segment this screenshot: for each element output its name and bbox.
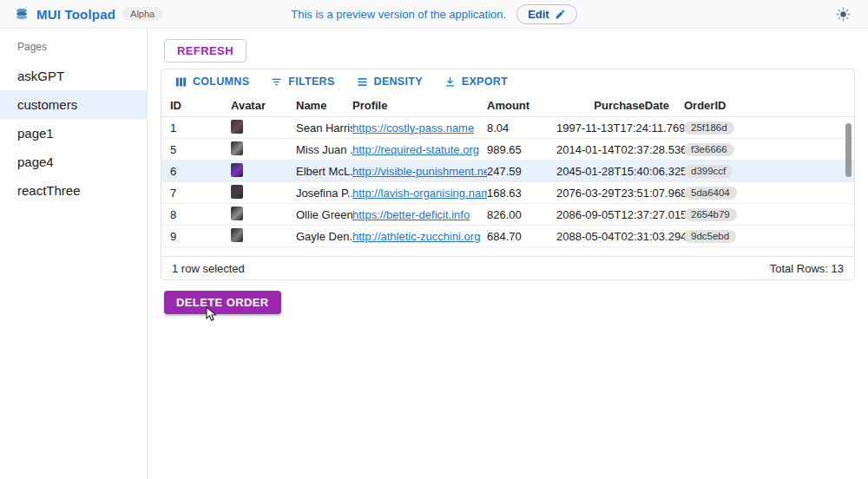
density-button-label: DENSITY xyxy=(374,75,423,88)
table-row[interactable]: 6Elbert McL...http://visible-punishment.… xyxy=(161,161,854,182)
delete-order-button[interactable]: DELETE ORDER xyxy=(164,291,281,314)
cell-amount: 826.00 xyxy=(487,208,556,221)
filters-button[interactable]: FILTERS xyxy=(264,73,340,91)
cell-profile: http://required-statute.org xyxy=(352,143,487,156)
cell-id: 6 xyxy=(170,165,231,178)
cell-id: 5 xyxy=(170,143,231,156)
cell-name: Ollie Green... xyxy=(296,208,352,221)
density-icon xyxy=(356,75,369,89)
cell-name: Elbert McL... xyxy=(296,165,352,178)
cell-amount: 168.63 xyxy=(487,187,556,200)
profile-link[interactable]: https://better-deficit.info xyxy=(352,208,470,221)
cell-order-id: 5da6404 xyxy=(669,186,765,200)
cell-amount: 684.70 xyxy=(487,230,556,243)
pencil-icon xyxy=(555,9,566,20)
order-id-chip: 25f186d xyxy=(684,121,734,135)
sidebar: Pages askGPTcustomerspage1page4reactThre… xyxy=(0,29,148,479)
columns-icon xyxy=(174,75,187,89)
sidebar-header: Pages xyxy=(0,36,147,62)
table-row[interactable]: 1Sean Harrishttps://costly-pass.name8.04… xyxy=(161,117,854,139)
download-icon xyxy=(444,75,457,89)
cell-purchase-date: 2014-01-14T02:37:28.536Z xyxy=(556,143,669,156)
vertical-scrollbar[interactable] xyxy=(845,123,852,177)
theme-toggle-button[interactable] xyxy=(832,3,854,25)
avatar xyxy=(231,141,243,155)
table-row[interactable]: 8Ollie Green...https://better-deficit.in… xyxy=(161,204,854,226)
grid-footer: 1 row selected Total Rows: 13 xyxy=(161,256,854,279)
cell-profile: http://visible-punishment.net xyxy=(352,165,487,178)
cell-order-id: 2654b79 xyxy=(669,207,765,221)
table-row[interactable]: 9Gayle Den...http://athletic-zucchini.or… xyxy=(161,226,854,247)
cell-avatar xyxy=(231,163,296,180)
cell-purchase-date: 2088-05-04T02:31:03.294Z xyxy=(556,230,669,243)
profile-link[interactable]: http://required-statute.org xyxy=(352,143,479,156)
total-rows: Total Rows: 13 xyxy=(770,262,844,275)
cell-amount: 8.04 xyxy=(487,121,556,135)
cell-name: Josefina P... xyxy=(296,187,352,200)
column-header-name[interactable]: Name xyxy=(296,99,352,112)
export-button[interactable]: EXPORT xyxy=(437,73,514,91)
cell-name: Sean Harris xyxy=(296,121,352,135)
selection-count: 1 row selected xyxy=(172,262,245,275)
cell-amount: 989.65 xyxy=(487,143,556,156)
column-header-purchasedate[interactable]: PurchaseDate xyxy=(556,99,669,112)
density-button[interactable]: DENSITY xyxy=(350,73,429,91)
sidebar-item-customers[interactable]: customers xyxy=(0,90,147,119)
grid-toolbar: COLUMNS FILTERS DE xyxy=(161,69,854,94)
edit-button-label: Edit xyxy=(528,8,549,21)
table-row[interactable]: 7Josefina P...http://lavish-organising.n… xyxy=(161,182,854,204)
cell-profile: http://lavish-organising.name xyxy=(352,187,487,200)
profile-link[interactable]: http://visible-punishment.net xyxy=(352,165,487,178)
avatar xyxy=(231,228,243,242)
avatar xyxy=(231,207,243,220)
cell-avatar xyxy=(231,207,296,223)
sidebar-item-reactThree[interactable]: reactThree xyxy=(0,176,147,205)
columns-button[interactable]: COLUMNS xyxy=(168,73,255,91)
profile-link[interactable]: http://lavish-organising.name xyxy=(352,187,487,200)
cell-purchase-date: 2045-01-28T15:40:06.325Z xyxy=(556,165,669,178)
column-header-profile[interactable]: Profile xyxy=(352,99,487,112)
cell-profile: http://athletic-zucchini.org xyxy=(352,230,487,243)
export-button-label: EXPORT xyxy=(462,75,508,88)
sidebar-item-page1[interactable]: page1 xyxy=(0,119,147,148)
cell-amount: 247.59 xyxy=(487,165,556,178)
main-content: REFRESH COLUMNS xyxy=(148,29,868,479)
cell-id: 1 xyxy=(170,121,231,135)
cell-id: 7 xyxy=(170,187,231,200)
edit-button[interactable]: Edit xyxy=(516,4,577,24)
column-header-id[interactable]: ID xyxy=(170,99,231,112)
order-id-chip: 9dc5ebd xyxy=(684,230,736,243)
cell-purchase-date: 1997-11-13T17:24:11.769Z xyxy=(556,121,669,135)
cell-avatar xyxy=(231,141,296,158)
avatar xyxy=(231,120,243,134)
column-header-avatar[interactable]: Avatar xyxy=(231,99,296,112)
grid-header-row: ID Avatar Name Profile Amount PurchaseDa… xyxy=(161,94,854,117)
topbar: MUI Toolpad Alpha This is a preview vers… xyxy=(0,0,868,29)
cell-name: Miss Juan ... xyxy=(296,143,352,156)
column-header-amount[interactable]: Amount xyxy=(487,99,556,112)
avatar xyxy=(231,163,243,177)
profile-link[interactable]: http://athletic-zucchini.org xyxy=(352,230,480,243)
cell-order-id: f3e6666 xyxy=(669,142,765,156)
cell-purchase-date: 2086-09-05T12:37:27.015Z xyxy=(556,208,669,221)
column-header-orderid[interactable]: OrderID xyxy=(669,99,765,112)
order-id-chip: d399ccf xyxy=(684,165,733,178)
cell-profile: https://better-deficit.info xyxy=(352,208,487,221)
refresh-button[interactable]: REFRESH xyxy=(164,39,247,62)
order-id-chip: 5da6404 xyxy=(684,187,737,200)
cell-avatar xyxy=(231,228,296,245)
profile-link[interactable]: https://costly-pass.name xyxy=(352,121,474,135)
cell-avatar xyxy=(231,120,296,136)
avatar xyxy=(231,185,243,199)
sidebar-item-askGPT[interactable]: askGPT xyxy=(0,62,147,90)
cell-purchase-date: 2076-03-29T23:51:07.968Z xyxy=(556,187,669,200)
sidebar-item-page4[interactable]: page4 xyxy=(0,148,147,176)
grid-scroll-spacer xyxy=(161,247,854,256)
filter-icon xyxy=(270,75,283,89)
cell-name: Gayle Den... xyxy=(296,230,352,243)
cell-order-id: d399ccf xyxy=(669,164,765,178)
order-id-chip: 2654b79 xyxy=(684,208,737,221)
cell-order-id: 25f186d xyxy=(669,121,765,135)
cell-profile: https://costly-pass.name xyxy=(352,121,487,135)
table-row[interactable]: 5Miss Juan ...http://required-statute.or… xyxy=(161,139,854,161)
